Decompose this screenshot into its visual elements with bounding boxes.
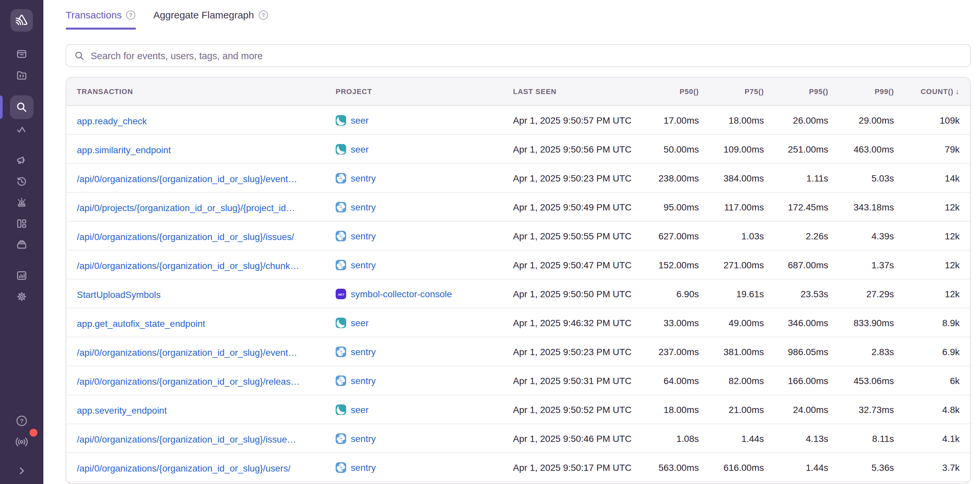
- sidebar-item-projects[interactable]: [10, 64, 33, 85]
- column-header-project[interactable]: PROJECT: [336, 88, 513, 96]
- sidebar-item-feedback[interactable]: [10, 150, 33, 171]
- project-link[interactable]: seer: [351, 144, 369, 155]
- sentry-logo[interactable]: [11, 9, 33, 32]
- svg-text:.NET: .NET: [337, 292, 345, 296]
- question-circle-icon[interactable]: ?: [258, 10, 269, 21]
- project-link[interactable]: sentry: [351, 433, 376, 444]
- sidebar-item-stats[interactable]: [10, 265, 33, 286]
- transaction-link[interactable]: StartUploadSymbols: [77, 289, 161, 300]
- transaction-link[interactable]: app.ready_check: [77, 115, 147, 126]
- transaction-link[interactable]: /api/0/organizations/{organization_id_or…: [77, 231, 294, 242]
- column-header-last-seen[interactable]: LAST SEEN: [513, 88, 633, 96]
- p75-value: 117.00ms: [699, 202, 764, 212]
- table-row[interactable]: /api/0/organizations/{organization_id_or…: [66, 221, 970, 250]
- project-link[interactable]: sentry: [351, 260, 376, 270]
- transaction-link[interactable]: /api/0/projects/{organization_id_or_slug…: [77, 202, 295, 213]
- column-header-p50[interactable]: P50(): [633, 88, 699, 96]
- column-header-transaction[interactable]: TRANSACTION: [66, 88, 336, 96]
- sidebar-item-dashboards[interactable]: [10, 213, 33, 234]
- project-link[interactable]: sentry: [351, 375, 376, 386]
- transaction-link[interactable]: app.similarity_endpoint: [77, 144, 171, 155]
- p95-value: 1.11s: [764, 173, 828, 184]
- project-link[interactable]: seer: [351, 115, 369, 126]
- table-row[interactable]: /api/0/projects/{organization_id_or_slug…: [66, 192, 970, 221]
- transaction-link[interactable]: /api/0/organizations/{organization_id_or…: [77, 260, 299, 271]
- project-cell: sentry: [336, 462, 513, 473]
- table-header: TRANSACTION PROJECT LAST SEEN P50() P75(…: [66, 78, 970, 106]
- sentry-app: ? Transactions: [0, 0, 980, 484]
- project-link[interactable]: sentry: [351, 231, 376, 241]
- history-clock-icon: [16, 176, 28, 187]
- column-header-count[interactable]: COUNT() ↓: [894, 87, 970, 96]
- p99-value: 4.39s: [828, 231, 894, 241]
- transaction-link[interactable]: app.get_autofix_state_endpoint: [77, 318, 205, 329]
- transaction-link[interactable]: /api/0/organizations/{organization_id_or…: [77, 434, 296, 444]
- svg-text:?: ?: [129, 13, 133, 18]
- table-row[interactable]: StartUploadSymbols .NET symbol-collector…: [66, 279, 970, 308]
- transaction-link[interactable]: app.severity_endpoint: [77, 405, 167, 415]
- siren-icon: [16, 196, 28, 208]
- question-circle-icon[interactable]: ?: [126, 10, 136, 21]
- table-row[interactable]: /api/0/organizations/{organization_id_or…: [66, 250, 970, 279]
- python-project-icon: [336, 462, 346, 473]
- project-cell: sentry: [336, 260, 513, 270]
- table-row[interactable]: app.severity_endpoint seer Apr 1, 2025 9…: [66, 395, 970, 424]
- count-value: 4.8k: [894, 404, 970, 415]
- last-seen-value: Apr 1, 2025 9:50:50 PM UTC: [513, 289, 633, 299]
- sidebar-item-whats-new[interactable]: [10, 431, 33, 452]
- table-row[interactable]: app.similarity_endpoint seer Apr 1, 2025…: [66, 134, 970, 163]
- transaction-link[interactable]: /api/0/organizations/{organization_id_or…: [77, 376, 300, 387]
- python-project-icon: [336, 231, 346, 241]
- project-link[interactable]: seer: [351, 318, 369, 328]
- count-value: 6.9k: [894, 347, 970, 357]
- p50-value: 238.00ms: [633, 173, 699, 184]
- tab-transactions[interactable]: Transactions ?: [66, 8, 136, 30]
- transaction-link[interactable]: /api/0/organizations/{organization_id_or…: [77, 347, 297, 358]
- table-row[interactable]: app.ready_check seer Apr 1, 2025 9:50:57…: [66, 106, 970, 134]
- table-row[interactable]: /api/0/organizations/{organization_id_or…: [66, 163, 970, 192]
- p50-value: 18.00ms: [633, 404, 699, 415]
- megaphone-icon: [16, 155, 28, 166]
- p95-value: 24.00ms: [764, 404, 828, 415]
- search-icon: [74, 50, 85, 61]
- column-header-p75[interactable]: P75(): [699, 88, 764, 96]
- seer-project-icon: [336, 318, 346, 328]
- p99-value: 8.11s: [828, 433, 894, 444]
- last-seen-value: Apr 1, 2025 9:50:47 PM UTC: [513, 260, 633, 270]
- sidebar-expand-button[interactable]: [10, 463, 33, 479]
- table-row[interactable]: app.get_autofix_state_endpoint seer Apr …: [66, 308, 970, 337]
- sidebar-item-traces[interactable]: [10, 119, 33, 140]
- sidebar-item-alerts[interactable]: [10, 192, 33, 213]
- p50-value: 50.00ms: [633, 144, 699, 155]
- transaction-link[interactable]: /api/0/organizations/{organization_id_or…: [77, 463, 291, 473]
- project-link[interactable]: sentry: [351, 173, 376, 184]
- search-input[interactable]: [91, 50, 962, 61]
- sidebar-item-settings[interactable]: [10, 286, 33, 307]
- sidebar-item-issues[interactable]: [10, 43, 33, 64]
- code-folder-icon: [16, 69, 28, 81]
- table-row[interactable]: /api/0/organizations/{organization_id_or…: [66, 424, 970, 453]
- svg-text:?: ?: [20, 418, 24, 425]
- sidebar-item-help[interactable]: ?: [10, 411, 33, 431]
- p50-value: 1.08s: [633, 433, 699, 444]
- search-bar[interactable]: [66, 44, 971, 67]
- transaction-link[interactable]: /api/0/organizations/{organization_id_or…: [77, 173, 297, 184]
- table-row[interactable]: /api/0/organizations/{organization_id_or…: [66, 453, 970, 482]
- column-header-p95[interactable]: P95(): [764, 88, 828, 96]
- table-row[interactable]: /api/0/organizations/{organization_id_or…: [66, 337, 970, 366]
- project-link[interactable]: sentry: [351, 347, 376, 357]
- sidebar-item-explore[interactable]: [10, 95, 33, 119]
- project-link[interactable]: sentry: [351, 202, 376, 212]
- column-header-p99[interactable]: P99(): [828, 88, 894, 96]
- project-link[interactable]: seer: [351, 404, 369, 415]
- last-seen-value: Apr 1, 2025 9:50:46 PM UTC: [513, 433, 633, 444]
- sidebar-item-releases[interactable]: [10, 234, 33, 255]
- last-seen-value: Apr 1, 2025 9:50:49 PM UTC: [513, 202, 633, 212]
- project-cell: sentry: [336, 433, 513, 444]
- tab-aggregate-flamegraph[interactable]: Aggregate Flamegraph ?: [153, 8, 269, 30]
- count-value: 12k: [894, 289, 970, 299]
- project-link[interactable]: sentry: [351, 462, 376, 473]
- project-link[interactable]: symbol-collector-console: [351, 289, 452, 299]
- table-row[interactable]: /api/0/organizations/{organization_id_or…: [66, 366, 970, 395]
- sidebar-item-replays[interactable]: [10, 171, 33, 192]
